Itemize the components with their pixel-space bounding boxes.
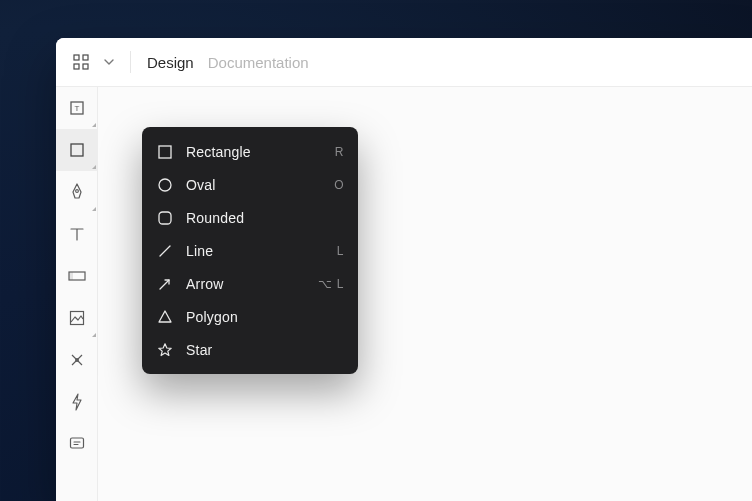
slice-icon — [67, 269, 87, 283]
boolean-tool[interactable] — [56, 339, 98, 381]
svg-point-7 — [76, 190, 79, 193]
menu-item-label: Rounded — [186, 210, 332, 226]
menu-item-shortcut: ⌥ L — [318, 277, 344, 291]
rectangle-icon — [68, 141, 86, 159]
pen-tool[interactable] — [56, 171, 98, 213]
submenu-indicator-icon — [92, 123, 96, 127]
menu-item-shortcut: R — [335, 145, 344, 159]
artboard-tool[interactable]: T — [56, 87, 98, 129]
apps-grid-icon — [73, 54, 89, 70]
pen-icon — [68, 182, 86, 202]
svg-rect-6 — [71, 144, 83, 156]
tab-design[interactable]: Design — [147, 54, 194, 71]
arrow-icon — [156, 275, 174, 293]
menu-item-label: Rectangle — [186, 144, 323, 160]
polygon-icon — [156, 308, 174, 326]
shape-popover: Rectangle R Oval O Round — [142, 127, 358, 374]
submenu-indicator-icon — [92, 165, 96, 169]
text-icon — [68, 225, 86, 243]
shape-menu-rounded[interactable]: Rounded — [142, 201, 358, 234]
oval-icon — [156, 176, 174, 194]
toolbar-separator — [130, 51, 131, 73]
text-tool[interactable] — [56, 213, 98, 255]
prototype-tool[interactable] — [56, 381, 98, 423]
menu-item-label: Arrow — [186, 276, 306, 292]
top-toolbar: Design Documentation — [56, 38, 752, 86]
menu-item-label: Oval — [186, 177, 322, 193]
tool-rail: T — [56, 86, 98, 501]
canvas[interactable]: Rectangle R Oval O Round — [98, 86, 752, 501]
apps-dropdown-button[interactable] — [102, 51, 116, 73]
work-area: T — [56, 86, 752, 501]
menu-item-label: Star — [186, 342, 332, 358]
svg-text:T: T — [75, 104, 80, 113]
comment-tool[interactable] — [56, 423, 98, 465]
svg-rect-3 — [83, 64, 88, 69]
menu-item-label: Polygon — [186, 309, 332, 325]
submenu-indicator-icon — [92, 207, 96, 211]
image-icon — [68, 309, 86, 327]
app-window: Design Documentation T — [56, 38, 752, 501]
shape-menu-oval[interactable]: Oval O — [142, 168, 358, 201]
star-icon — [156, 341, 174, 359]
shape-menu-star[interactable]: Star — [142, 333, 358, 366]
svg-rect-15 — [159, 212, 171, 224]
svg-rect-10 — [71, 312, 84, 325]
shape-menu-polygon[interactable]: Polygon — [142, 300, 358, 333]
shape-menu-line[interactable]: Line L — [142, 234, 358, 267]
rectangle-icon — [156, 143, 174, 161]
submenu-indicator-icon — [92, 333, 96, 337]
apps-grid-button[interactable] — [70, 51, 92, 73]
slice-tool[interactable] — [56, 255, 98, 297]
menu-item-shortcut: O — [334, 178, 344, 192]
desktop-wallpaper: Design Documentation T — [0, 0, 752, 501]
menu-item-shortcut: L — [337, 244, 344, 258]
boolean-icon — [68, 351, 86, 369]
svg-point-14 — [159, 179, 171, 191]
line-icon — [156, 242, 174, 260]
shape-tool[interactable] — [56, 129, 98, 171]
svg-rect-0 — [74, 55, 79, 60]
svg-rect-9 — [69, 272, 73, 280]
image-tool[interactable] — [56, 297, 98, 339]
shape-menu-arrow[interactable]: Arrow ⌥ L — [142, 267, 358, 300]
shape-menu-rectangle[interactable]: Rectangle R — [142, 135, 358, 168]
lightning-icon — [70, 392, 84, 412]
svg-rect-2 — [74, 64, 79, 69]
rounded-icon — [156, 209, 174, 227]
comment-icon — [68, 435, 86, 453]
svg-rect-12 — [71, 438, 84, 448]
menu-item-label: Line — [186, 243, 325, 259]
svg-rect-1 — [83, 55, 88, 60]
svg-rect-13 — [159, 146, 171, 158]
artboard-icon: T — [68, 99, 86, 117]
tab-documentation[interactable]: Documentation — [208, 54, 309, 71]
chevron-down-icon — [104, 57, 114, 67]
mode-tabs: Design Documentation — [147, 54, 309, 71]
